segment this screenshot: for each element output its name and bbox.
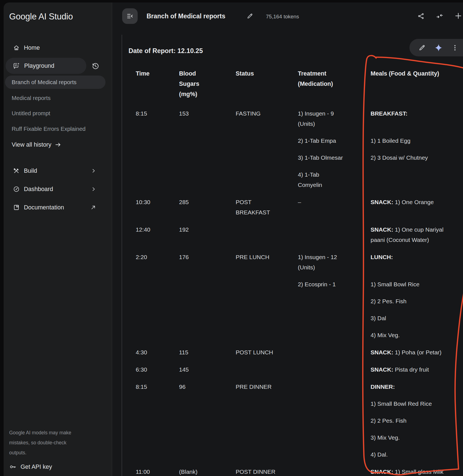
cell-meals: BREAKFAST:1) 1 Boiled Egg2) 3 Dosai w/ C… [371,108,463,190]
sidebar-item-playground[interactable]: Playground [6,58,86,74]
meal-label: SNACK: [371,469,393,475]
history-item[interactable]: Untitled prompt [5,107,105,120]
new-prompt-icon[interactable] [454,12,462,20]
cell-time: 2:20 [136,252,179,340]
cell-treatment [298,364,371,375]
sidebar-item-build[interactable]: Build [6,164,101,178]
more-options-icon[interactable] [451,44,459,51]
treatment-item: 1) Insugen - 12 (Units) [298,252,371,272]
history-item[interactable]: Branch of Medical reports [5,76,105,89]
column-header-time: Time [136,69,179,99]
turn-left-border [122,35,122,476]
report-date: Date of Report: 12.10.25 [129,47,203,55]
sidebar-item-home[interactable]: Home [13,41,40,55]
meal-item: 3) Mix Veg. [371,432,463,443]
cell-treatment [298,467,371,476]
treatment-item: 2) 1-Tab Empa [298,136,371,146]
history-icon[interactable] [89,60,101,72]
chevron-right-icon [91,168,96,174]
cell-treatment [298,347,371,357]
arrow-right-icon [55,141,61,148]
cell-blood-sugar: 192 [179,224,236,245]
documentation-icon [13,204,20,211]
meal-item: SNACK: 1) Poha (or Petar) [371,347,463,357]
table-row: 4:30115POST LUNCHSNACK: 1) Poha (or Peta… [136,347,463,357]
history-item-label: Untitled prompt [12,110,50,117]
app-logo: Google AI Studio [9,12,73,22]
history-item[interactable]: Ruff Fixable Errors Explained [5,122,105,136]
treatment-item: 1) Insugen - 9 (Units) [298,108,371,129]
cell-status: POST BREAKFAST [236,197,298,217]
cell-treatment [298,224,371,245]
meal-text: 1) 1 Boiled Egg [371,137,411,144]
edit-turn-icon[interactable] [418,44,426,51]
meal-item: 1) Small Bowl Red Rice [371,399,463,409]
meal-text: 1) One Orange [393,199,434,205]
meal-item: 1) 1 Boiled Egg [371,136,463,146]
meal-text: 2) 2 Pes. Fish [371,298,407,304]
report-table: Time Blood Sugars (mg%) Status Treatment… [136,69,463,476]
meal-label: BREAKFAST: [371,110,407,117]
home-icon [13,44,20,51]
meal-text: Pista dry fruit [393,366,429,373]
disclaimer-text: Google AI models may make mistakes, so d… [9,428,84,458]
meal-text: 2) 3 Dosai w/ Chutney [371,154,428,161]
table-rows: 8:15153FASTING1) Insugen - 9 (Units)2) 1… [136,108,463,476]
cell-status [236,224,298,245]
cell-blood-sugar: 96 [179,382,236,460]
cell-meals: LUNCH:1) Small Bowl Rice2) 2 Pes. Fish3)… [371,252,463,340]
meal-item: 2) 2 Pes. Fish [371,296,463,306]
column-header-treatment: Treatment (Medication) [298,69,371,99]
cell-status [236,364,298,375]
meal-item: LUNCH: [371,252,463,262]
sidebar-item-label: Build [24,167,37,174]
sidebar-item-dashboard[interactable]: Dashboard [6,182,101,196]
token-count: 75,164 tokens [266,14,299,20]
cell-meals: SNACK: 1) One Orange [371,197,463,217]
meal-item: 2) 3 Dosai w/ Chutney [371,152,463,163]
dashboard-icon [13,186,20,192]
compare-icon[interactable] [436,12,443,20]
history-item[interactable]: Medical reports [5,91,105,105]
collapse-sidebar-button[interactable] [122,8,138,24]
cell-treatment: – [298,197,371,217]
get-api-key-button[interactable]: Get API key [9,460,52,473]
meal-item: SNACK: 1) One cup Nariyal paani (Coconut… [371,224,463,245]
external-link-icon [90,204,96,211]
sparkle-rerun-icon[interactable] [434,43,443,52]
meal-text: 1) Small Bowl Red Rice [371,400,432,407]
table-row: 12:40192SNACK: 1) One cup Nariyal paani … [136,224,463,245]
cell-status: POST DINNER [236,467,298,476]
view-all-history-link[interactable]: View all history [12,139,61,151]
meal-label: DINNER: [371,384,395,390]
get-api-key-label: Get API key [21,464,52,470]
build-icon [13,167,20,174]
cell-status: POST LUNCH [236,347,298,357]
turn-toolbar [409,39,463,56]
treatment-item: 2) Ecosprin - 1 [298,279,371,289]
cell-time: 12:40 [136,224,179,245]
treatment-item: – [298,197,371,207]
history-item-label: Medical reports [12,95,51,101]
table-row: 8:15153FASTING1) Insugen - 9 (Units)2) 1… [136,108,463,190]
cell-blood-sugar: 176 [179,252,236,340]
cell-treatment: 1) Insugen - 9 (Units)2) 1-Tab Empa3) 1-… [298,108,371,190]
app-window: Google AI Studio Home Playground [4,2,463,476]
meal-item: SNACK: Pista dry fruit [371,364,463,375]
sidebar-item-label: Documentation [24,204,64,211]
edit-title-icon[interactable] [246,12,253,21]
cell-meals: SNACK: Pista dry fruit [371,364,463,375]
column-header-meals: Meals (Food & Quantity) [371,69,463,99]
cell-meals: SNACK: 1) Poha (or Petar) [371,347,463,357]
sidebar: Google AI Studio Home Playground [4,2,112,476]
cell-blood-sugar: 145 [179,364,236,375]
cell-treatment [298,382,371,460]
table-row: 2:20176PRE LUNCH1) Insugen - 12 (Units)2… [136,252,463,340]
sidebar-item-documentation[interactable]: Documentation [6,201,101,214]
share-icon[interactable] [417,12,425,20]
cell-time: 11:00 [136,467,179,476]
meal-item: 4) Mix Veg. [371,330,463,340]
meal-text: 1) Small glass Milk [393,469,444,475]
cell-status: FASTING [236,108,298,190]
cell-time: 10:30 [136,197,179,217]
